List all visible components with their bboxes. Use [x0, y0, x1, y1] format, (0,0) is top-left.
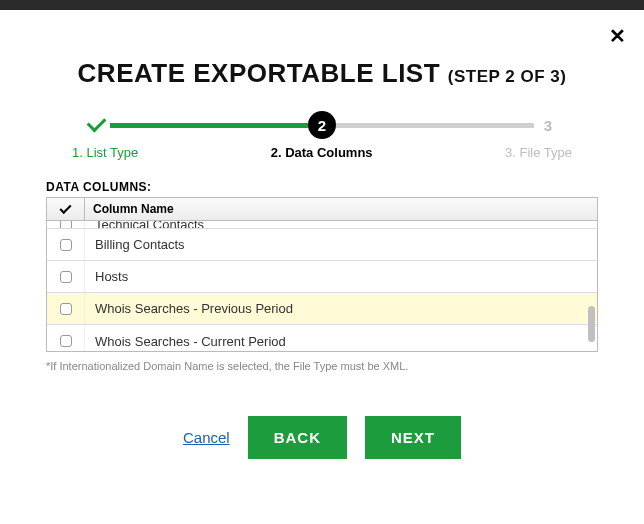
row-checkbox[interactable] — [47, 325, 85, 351]
check-icon — [59, 201, 71, 213]
step-labels: 1. List Type 2. Data Columns 3. File Typ… — [72, 145, 572, 160]
row-label: Billing Contacts — [85, 237, 597, 252]
table-row[interactable]: Hosts — [47, 261, 597, 293]
step-node-1 — [82, 111, 110, 139]
row-label: Whois Searches - Current Period — [85, 334, 597, 349]
table-row[interactable]: Whois Searches - Previous Period — [47, 293, 597, 325]
step-node-2: 2 — [308, 111, 336, 139]
next-button[interactable]: NEXT — [365, 416, 461, 459]
step-label-1: 1. List Type — [72, 145, 138, 160]
data-columns-table: Column Name Technical Contacts Billing C… — [46, 197, 598, 352]
row-label: Hosts — [85, 269, 597, 284]
step-bar-2-3 — [336, 123, 534, 128]
table-body[interactable]: Technical Contacts Billing Contacts Host… — [47, 221, 597, 351]
step-node-3: 3 — [534, 111, 562, 139]
select-all-checkbox[interactable] — [47, 198, 85, 220]
row-checkbox[interactable] — [47, 229, 85, 260]
create-exportable-list-modal: ✕ CREATE EXPORTABLE LIST (STEP 2 OF 3) 2… — [0, 10, 644, 499]
step-label-2: 2. Data Columns — [271, 145, 373, 160]
table-row[interactable]: Technical Contacts — [47, 221, 597, 229]
scroll-thumb[interactable] — [588, 306, 595, 342]
section-label: DATA COLUMNS: — [46, 180, 598, 194]
window-topbar — [0, 0, 644, 10]
row-checkbox[interactable] — [47, 221, 85, 228]
title-text: CREATE EXPORTABLE LIST — [78, 58, 441, 88]
title-step: (STEP 2 OF 3) — [448, 67, 567, 86]
row-label: Whois Searches - Previous Period — [85, 301, 597, 316]
back-button[interactable]: BACK — [248, 416, 347, 459]
table-row[interactable]: Billing Contacts — [47, 229, 597, 261]
row-label: Technical Contacts — [85, 221, 597, 229]
cancel-link[interactable]: Cancel — [183, 429, 230, 446]
step-bar-1-2 — [110, 123, 308, 128]
stepper: 2 3 — [82, 111, 562, 139]
footnote: *If Internationalized Domain Name is sel… — [46, 360, 598, 372]
step-label-3: 3. File Type — [505, 145, 572, 160]
modal-title: CREATE EXPORTABLE LIST (STEP 2 OF 3) — [46, 58, 598, 89]
column-name-header: Column Name — [85, 198, 597, 220]
table-row[interactable]: Whois Searches - Current Period — [47, 325, 597, 351]
row-checkbox[interactable] — [47, 293, 85, 324]
close-icon[interactable]: ✕ — [609, 24, 626, 48]
table-header: Column Name — [47, 198, 597, 221]
action-bar: Cancel BACK NEXT — [46, 416, 598, 459]
scrollbar[interactable] — [588, 218, 595, 344]
row-checkbox[interactable] — [47, 261, 85, 292]
